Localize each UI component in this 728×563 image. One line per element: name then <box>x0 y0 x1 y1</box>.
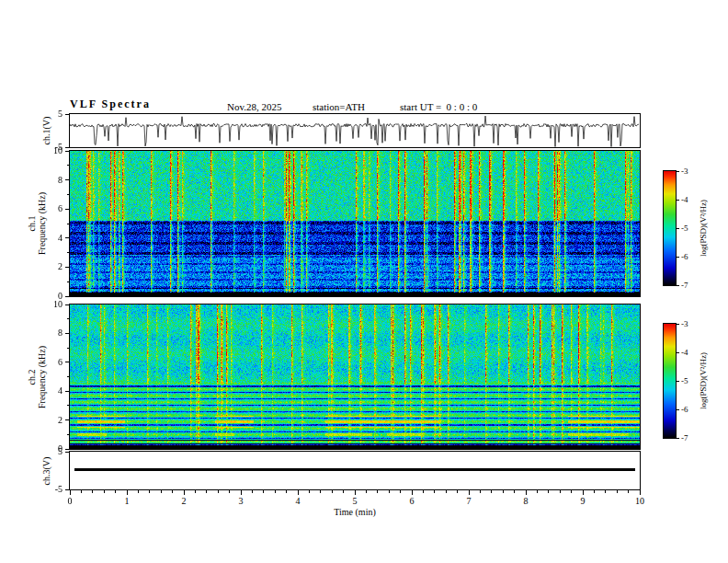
x-minor-tick <box>389 490 390 493</box>
colorbar-ch1 <box>663 170 677 286</box>
y-tick-label: 2 <box>44 416 63 425</box>
y-minor-tick <box>67 376 70 377</box>
x-minor-tick <box>229 490 230 493</box>
x-minor-tick <box>81 490 82 493</box>
x-tick-label: 7 <box>460 497 478 506</box>
ch3-voltage-axis-label: ch.3(V) <box>41 457 51 486</box>
colorbar-tick-label: -4 <box>681 349 701 357</box>
ch2-axis-line1: ch.2 <box>27 346 37 408</box>
x-minor-tick <box>263 490 264 493</box>
y-tick <box>65 304 70 305</box>
x-minor-tick <box>195 490 196 493</box>
y-tick <box>65 452 70 453</box>
x-minor-tick <box>138 490 139 493</box>
station-label: station=ATH <box>313 101 365 112</box>
y-tick-label: 4 <box>44 234 63 243</box>
time-axis-label: Time (min) <box>70 508 640 517</box>
colorbar-tick-label: -4 <box>681 196 701 204</box>
y-tick <box>65 179 70 180</box>
x-tick-label: 10 <box>631 497 649 506</box>
y-minor-tick <box>67 252 70 253</box>
ch2-frequency-axis-label: ch.2 Frequency (kHz) <box>27 346 47 408</box>
date-label: Nov.28, 2025 <box>227 101 281 112</box>
colorbar-tick-label: -5 <box>681 377 701 385</box>
x-minor-tick <box>446 490 447 493</box>
ch1-axis-line2: Frequency (kHz) <box>37 192 47 255</box>
x-tick <box>70 490 71 495</box>
colorbar-tick-label: -3 <box>681 320 701 328</box>
start-ut-label: start UT = 0 : 0 : 0 <box>400 101 477 112</box>
y-tick <box>65 237 70 238</box>
colorbar-tick <box>677 409 679 410</box>
x-minor-tick <box>320 490 321 493</box>
ch1-frequency-axis-label: ch.1 Frequency (kHz) <box>27 192 47 255</box>
y-minor-tick <box>67 318 70 319</box>
x-minor-tick <box>309 490 310 493</box>
colorbar-tick <box>677 438 679 439</box>
y-tick <box>65 419 70 420</box>
y-tick-label: 10 <box>44 300 63 309</box>
x-minor-tick <box>491 490 492 493</box>
vlf-spectra-figure: VLF Spectra Nov.28, 2025 station=ATH sta… <box>0 0 728 563</box>
colorbar-tick-label: -7 <box>681 434 701 442</box>
x-minor-tick <box>149 490 150 493</box>
x-minor-tick <box>115 490 116 493</box>
y-minor-tick <box>67 434 70 435</box>
x-minor-tick <box>332 490 333 493</box>
ch2-spectrogram-canvas <box>70 304 640 449</box>
x-minor-tick <box>457 490 458 493</box>
y-tick <box>65 267 70 268</box>
x-minor-tick <box>286 490 287 493</box>
x-minor-tick <box>537 490 538 493</box>
y-tick-label: 6 <box>44 358 63 367</box>
colorbar-tick-label: -6 <box>681 406 701 414</box>
x-tick <box>469 490 470 495</box>
x-minor-tick <box>434 490 435 493</box>
y-tick-label: 8 <box>44 176 63 185</box>
colorbar-tick <box>677 381 679 382</box>
x-minor-tick <box>343 490 344 493</box>
ch1-spectrogram-canvas <box>70 151 640 296</box>
y-tick-label: 5 <box>44 447 63 456</box>
x-minor-tick <box>377 490 378 493</box>
y-minor-tick <box>67 194 70 195</box>
colorbar-tick <box>677 228 679 229</box>
colorbar-tick-label: -6 <box>681 253 701 261</box>
x-minor-tick <box>617 490 618 493</box>
ch2-axis-line2: Frequency (kHz) <box>37 346 47 408</box>
y-minor-tick <box>67 348 70 349</box>
colorbar-ch1-gradient <box>664 171 676 285</box>
ch3-flatline <box>74 468 635 471</box>
x-tick <box>412 490 413 495</box>
x-minor-tick <box>172 490 173 493</box>
y-tick-label: 4 <box>44 386 63 396</box>
y-tick-label: 10 <box>44 146 63 155</box>
page-title: VLF Spectra <box>70 98 151 109</box>
x-minor-tick <box>252 490 253 493</box>
colorbar-tick <box>677 200 679 201</box>
colorbar-tick <box>677 257 679 258</box>
x-tick-label: 1 <box>118 497 136 506</box>
colorbar-tick <box>677 171 679 172</box>
x-minor-tick <box>514 490 515 493</box>
y-minor-tick <box>67 405 70 406</box>
y-tick <box>65 333 70 334</box>
colorbar-tick <box>677 352 679 353</box>
ch2-spectrogram-panel <box>69 304 641 450</box>
ch1-voltage-axis-label: ch.1(V) <box>41 117 51 145</box>
x-tick <box>526 490 527 495</box>
x-tick <box>583 490 584 495</box>
y-tick <box>65 296 70 297</box>
x-minor-tick <box>218 490 219 493</box>
y-tick <box>65 362 70 362</box>
colorbar-tick-label: -5 <box>681 224 701 233</box>
y-tick-label: 6 <box>44 204 63 213</box>
y-tick <box>65 449 70 450</box>
colorbar-tick <box>677 324 679 325</box>
x-minor-tick <box>628 490 629 493</box>
x-tick-label: 9 <box>574 497 592 506</box>
x-tick-label: 2 <box>175 497 193 506</box>
x-tick <box>184 490 185 495</box>
x-tick <box>298 490 299 495</box>
y-minor-tick <box>67 224 70 224</box>
